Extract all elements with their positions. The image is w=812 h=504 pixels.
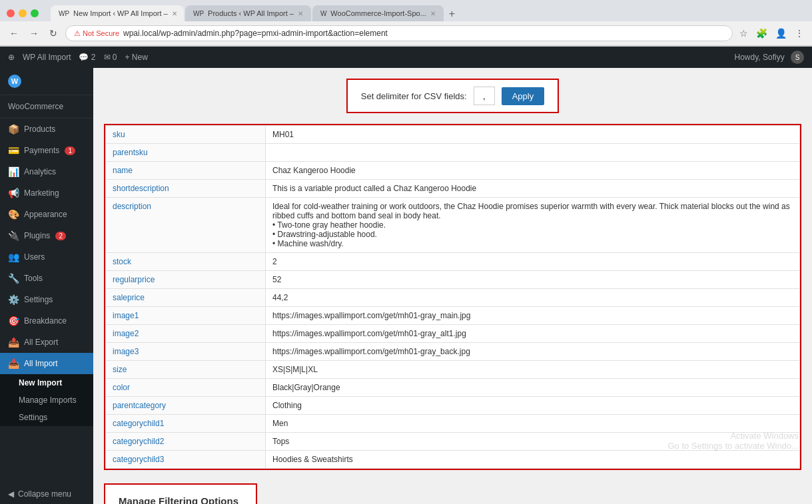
field-name-cell[interactable]: sku	[106, 126, 266, 144]
profile-icon[interactable]: 👤	[774, 27, 788, 40]
wp-icon: W	[8, 75, 21, 88]
field-value-cell: https://images.wpallimport.com/get/mh01-…	[266, 343, 800, 361]
sidebar-woocommerce[interactable]: WooCommerce	[0, 95, 93, 119]
maximize-dot	[31, 9, 39, 17]
field-name-cell[interactable]: saleprice	[106, 289, 266, 307]
sidebar-item-appearance[interactable]: 🎨 Appearance	[0, 204, 93, 225]
sidebar-brand: W	[0, 68, 93, 95]
sidebar-item-label: Users	[24, 252, 45, 262]
marketing-icon: 📢	[8, 188, 19, 198]
collapse-menu-button[interactable]: ◀ Collapse menu	[0, 484, 93, 504]
menu-icon[interactable]: ⋮	[793, 27, 805, 40]
field-name-cell[interactable]: parentcategory	[106, 397, 266, 415]
csv-box: Set delimiter for CSV fields: Apply	[346, 79, 559, 113]
sidebar-item-label: Marketing	[24, 188, 59, 198]
table-row: image1 https://images.wpallimport.com/ge…	[106, 307, 800, 325]
new-item-button[interactable]: + New	[125, 53, 148, 62]
sidebar-submenu-new-import[interactable]: New Import	[0, 374, 93, 391]
tab-close-icon[interactable]: ✕	[172, 10, 177, 17]
field-name-cell[interactable]: image3	[106, 343, 266, 361]
field-name-cell[interactable]: size	[106, 361, 266, 379]
sidebar-item-plugins[interactable]: 🔌 Plugins 2	[0, 225, 93, 246]
field-name-cell[interactable]: image2	[106, 325, 266, 343]
wp-all-import-label[interactable]: WP All Import	[23, 53, 71, 62]
forward-button[interactable]: →	[27, 27, 41, 40]
field-name-cell[interactable]: description	[106, 198, 266, 253]
browser-chrome: WP New Import ‹ WP All Import – ✕ WP Pro…	[0, 0, 812, 47]
field-value-cell: Clothing	[266, 397, 800, 415]
sidebar-submenu-settings[interactable]: Settings	[0, 409, 93, 426]
sidebar-submenu: New Import Manage Imports Settings	[0, 374, 93, 426]
appearance-icon: 🎨	[8, 209, 19, 220]
collapse-icon: ◀	[8, 489, 14, 499]
field-value-cell: 52	[266, 271, 800, 289]
field-name-cell[interactable]: stock	[106, 253, 266, 271]
table-row: stock 2	[106, 253, 800, 271]
payments-icon: 💳	[8, 145, 19, 156]
field-name-cell[interactable]: categorychild1	[106, 415, 266, 433]
tab-products[interactable]: WP Products ‹ WP All Import – ✕	[185, 5, 311, 21]
message-count: ✉ 0	[104, 53, 117, 62]
sidebar-submenu-manage-imports[interactable]: Manage Imports	[0, 391, 93, 409]
admin-bar: ⊕ WP All Import 💬 2 ✉ 0 + New Howdy, Sof…	[0, 47, 812, 68]
back-button[interactable]: ←	[7, 27, 21, 40]
sidebar-item-products[interactable]: 📦 Products	[0, 119, 93, 140]
tab-close-icon[interactable]: ✕	[298, 10, 303, 17]
field-value-cell: Ideal for cold-weather training or work …	[266, 198, 800, 253]
table-row: description Ideal for cold-weather train…	[106, 198, 800, 253]
data-table: sku MH01 parentsku name Chaz Kangeroo Ho…	[105, 125, 800, 469]
field-name-cell[interactable]: name	[106, 162, 266, 180]
field-value-cell: Chaz Kangeroo Hoodie	[266, 162, 800, 180]
table-row: parentcategory Clothing	[106, 397, 800, 415]
field-name-cell[interactable]: categorychild3	[106, 451, 266, 469]
sidebar-item-marketing[interactable]: 📢 Marketing	[0, 182, 93, 204]
payments-badge: 1	[65, 146, 75, 155]
tab-new-import[interactable]: WP New Import ‹ WP All Import – ✕	[51, 5, 184, 21]
field-name-cell[interactable]: regularprice	[106, 271, 266, 289]
extensions-icon[interactable]: 🧩	[755, 27, 769, 40]
settings-icon: ⚙️	[8, 294, 19, 305]
field-value-cell: https://images.wpallimport.com/get/mh01-…	[266, 307, 800, 325]
table-row: parentsku	[106, 144, 800, 162]
sidebar-item-all-import[interactable]: 📥 All Import	[0, 353, 93, 374]
tabs-bar: WP New Import ‹ WP All Import – ✕ WP Pro…	[51, 5, 805, 21]
field-value-cell: XS|S|M|L|XL	[266, 361, 800, 379]
minimize-dot	[19, 9, 27, 17]
field-name-cell[interactable]: categorychild2	[106, 433, 266, 451]
field-value-cell: This is a variable product called a Chaz…	[266, 180, 800, 198]
address-bar[interactable]: ⚠ Not Secure wpai.local/wp-admin/admin.p…	[65, 25, 733, 41]
field-value-cell: 44,2	[266, 289, 800, 307]
sidebar-item-all-export[interactable]: 📤 All Export	[0, 332, 93, 353]
bookmark-icon[interactable]: ☆	[738, 27, 749, 40]
admin-bar-right: Howdy, Sofiyy S	[735, 51, 804, 64]
sidebar-item-analytics[interactable]: 📊 Analytics	[0, 161, 93, 182]
manage-filter-button[interactable]: Manage Filtering Options	[105, 485, 256, 504]
field-name-cell[interactable]: parentsku	[106, 144, 266, 162]
window-controls	[7, 9, 39, 17]
comment-count: 💬 2	[79, 53, 95, 62]
sidebar-item-label: Payments	[24, 146, 59, 155]
tab-favicon: WP	[193, 10, 204, 17]
sidebar: W WooCommerce 📦 Products 💳 Payments 1 📊 …	[0, 68, 93, 504]
sidebar-item-users[interactable]: 👥 Users	[0, 246, 93, 268]
field-name-cell[interactable]: image1	[106, 307, 266, 325]
apply-button[interactable]: Apply	[502, 87, 545, 105]
sidebar-item-breakdance[interactable]: 🎯 Breakdance	[0, 310, 93, 332]
refresh-button[interactable]: ↻	[47, 27, 60, 40]
field-name-cell[interactable]: shortdescription	[106, 180, 266, 198]
sidebar-item-label: Settings	[24, 295, 53, 304]
field-name-cell[interactable]: color	[106, 379, 266, 397]
plugins-icon: 🔌	[8, 230, 19, 241]
sidebar-item-payments[interactable]: 💳 Payments 1	[0, 140, 93, 161]
sidebar-item-tools[interactable]: 🔧 Tools	[0, 268, 93, 289]
table-row: image2 https://images.wpallimport.com/ge…	[106, 325, 800, 343]
csv-delimiter-input[interactable]	[474, 87, 495, 105]
tools-icon: 🔧	[8, 273, 19, 284]
table-row: shortdescription This is a variable prod…	[106, 180, 800, 198]
tab-woo[interactable]: W WooCommerce-Import-Spo... ✕	[312, 5, 444, 21]
new-tab-button[interactable]: +	[445, 7, 459, 21]
main-layout: W WooCommerce 📦 Products 💳 Payments 1 📊 …	[0, 68, 812, 504]
tab-close-icon[interactable]: ✕	[430, 10, 436, 17]
sidebar-item-settings[interactable]: ⚙️ Settings	[0, 289, 93, 310]
plugins-badge: 2	[55, 232, 66, 240]
